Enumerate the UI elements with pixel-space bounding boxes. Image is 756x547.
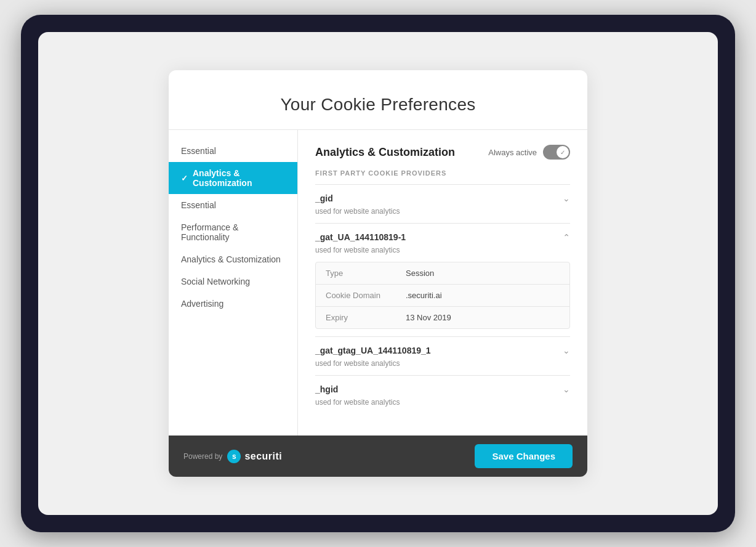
cookie-item-gid: _gid ⌄ used for website analytics — [315, 184, 570, 223]
chevron-down-icon-gat-gtag: ⌄ — [563, 346, 570, 355]
cookie-desc-gid: used for website analytics — [315, 207, 570, 223]
check-icon: ✓ — [181, 174, 188, 183]
detail-row-domain: Cookie Domain .securiti.ai — [316, 285, 569, 307]
sidebar-essential-top-label: Essential — [181, 146, 216, 156]
toggle-check-icon: ✓ — [560, 149, 565, 156]
device-screen: Your Cookie Preferences Essential ✓ Anal… — [38, 32, 718, 515]
sidebar-item-analytics-active[interactable]: ✓ Analytics & Customization — [169, 162, 297, 194]
detail-val-domain: .securiti.ai — [396, 285, 452, 306]
chevron-down-icon-gid: ⌄ — [563, 193, 570, 203]
cookie-name-gat-ua: _gat_UA_144110819-1 — [315, 232, 406, 242]
content-header: Analytics & Customization Always active … — [315, 145, 570, 160]
sidebar: Essential ✓ Analytics & Customization Es… — [169, 130, 298, 436]
sidebar-item-social[interactable]: Social Networking — [169, 270, 297, 293]
toggle-switch[interactable]: ✓ — [543, 145, 570, 160]
cookie-details-gat-ua: Type Session Cookie Domain .securiti.ai … — [315, 262, 570, 329]
sidebar-item-performance[interactable]: Performance & Functionality — [169, 216, 297, 248]
section-label: FIRST PARTY COOKIE PROVIDERS — [315, 169, 570, 177]
detail-row-expiry: Expiry 13 Nov 2019 — [316, 307, 569, 328]
detail-key-domain: Cookie Domain — [316, 285, 396, 306]
logo-icon: s — [227, 450, 241, 463]
sidebar-item-essential[interactable]: Essential — [169, 194, 297, 216]
modal-footer: Powered by s securiti Save Changes — [169, 436, 587, 477]
cookie-desc-gat-ua: used for website analytics — [315, 246, 570, 262]
toggle-knob: ✓ — [557, 146, 569, 158]
detail-key-expiry: Expiry — [316, 307, 396, 328]
sidebar-item-essential-top[interactable]: Essential — [169, 140, 297, 162]
chevron-up-icon-gat-ua: ⌄ — [563, 232, 570, 242]
detail-val-type: Session — [396, 262, 444, 284]
content-panel: Analytics & Customization Always active … — [298, 130, 587, 436]
cookie-desc-gat-gtag: used for website analytics — [315, 359, 570, 375]
detail-row-type: Type Session — [316, 262, 569, 285]
modal-body: Essential ✓ Analytics & Customization Es… — [169, 130, 587, 436]
always-active-group: Always active ✓ — [488, 145, 570, 160]
save-changes-button[interactable]: Save Changes — [475, 444, 573, 468]
detail-key-type: Type — [316, 262, 396, 284]
always-active-label: Always active — [488, 148, 537, 157]
modal-header: Your Cookie Preferences — [169, 70, 587, 130]
modal: Your Cookie Preferences Essential ✓ Anal… — [169, 70, 587, 477]
securiti-logo: s securiti — [227, 450, 282, 463]
chevron-down-icon-hgid: ⌄ — [563, 384, 570, 394]
cookie-name-gat-gtag: _gat_gtag_UA_144110819_1 — [315, 346, 431, 355]
sidebar-analytics-label: Analytics & Customization — [181, 254, 281, 264]
cookie-desc-hgid: used for website analytics — [315, 398, 570, 414]
device-frame: Your Cookie Preferences Essential ✓ Anal… — [21, 15, 735, 532]
sidebar-item-advertising[interactable]: Advertising — [169, 293, 297, 315]
cookie-item-gat-ua-header[interactable]: _gat_UA_144110819-1 ⌄ — [315, 224, 570, 246]
cookie-item-gat-ua: _gat_UA_144110819-1 ⌄ used for website a… — [315, 223, 570, 329]
sidebar-social-label: Social Networking — [181, 277, 250, 286]
cookie-name-hgid: _hgid — [315, 384, 338, 394]
cookie-name-gid: _gid — [315, 193, 333, 203]
powered-by-label: Powered by — [183, 452, 222, 461]
content-title: Analytics & Customization — [315, 146, 455, 159]
sidebar-advertising-label: Advertising — [181, 299, 223, 309]
sidebar-essential-label: Essential — [181, 200, 216, 210]
sidebar-performance-label: Performance & Functionality — [181, 222, 285, 242]
sidebar-analytics-active-label: Analytics & Customization — [193, 168, 285, 188]
cookie-item-gat-gtag: _gat_gtag_UA_144110819_1 ⌄ used for webs… — [315, 336, 570, 375]
logo-text: securiti — [244, 451, 282, 462]
detail-val-expiry: 13 Nov 2019 — [396, 307, 461, 328]
cookie-item-gat-gtag-header[interactable]: _gat_gtag_UA_144110819_1 ⌄ — [315, 337, 570, 359]
page-title: Your Cookie Preferences — [193, 95, 563, 115]
powered-by: Powered by s securiti — [183, 450, 282, 463]
cookie-item-gid-header[interactable]: _gid ⌄ — [315, 185, 570, 207]
sidebar-item-analytics[interactable]: Analytics & Customization — [169, 248, 297, 270]
cookie-item-hgid: _hgid ⌄ used for website analytics — [315, 375, 570, 414]
cookie-item-hgid-header[interactable]: _hgid ⌄ — [315, 376, 570, 398]
